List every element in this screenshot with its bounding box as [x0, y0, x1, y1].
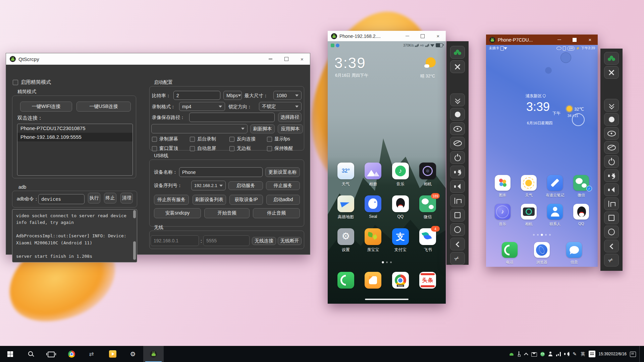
toolbar-button[interactable] — [604, 141, 619, 154]
tray-icon[interactable] — [556, 352, 561, 356]
checkbox[interactable] — [229, 146, 234, 151]
maximize-button[interactable] — [278, 53, 294, 65]
taskbar-app[interactable] — [61, 346, 82, 362]
adb-command-input[interactable] — [38, 194, 85, 204]
taskbar-app[interactable] — [102, 346, 123, 362]
wireless-port-input[interactable] — [203, 235, 250, 246]
stop-audio-button[interactable]: 停止音频 — [253, 208, 300, 218]
taskbar-app[interactable] — [143, 346, 164, 362]
wireless-ip-input[interactable] — [151, 235, 199, 246]
toolbar-button[interactable] — [450, 108, 465, 121]
app-shortcut[interactable]: 天气 — [516, 172, 542, 200]
get-device-ip-button[interactable]: 获取设备IP — [229, 195, 263, 205]
app-shortcut[interactable]: 有道云笔记 — [542, 172, 568, 200]
format-dropdown[interactable]: mp4 — [179, 102, 225, 111]
taskbar-app[interactable] — [41, 346, 61, 362]
show-desktop-button[interactable] — [639, 346, 641, 362]
app-shortcut[interactable]: 189 微信 — [414, 192, 442, 225]
serial-dropdown[interactable]: 192.168.2.1 — [191, 181, 226, 190]
start-service-button[interactable]: 启动服务 — [228, 181, 263, 190]
app-shortcut[interactable]: 设置 — [332, 225, 360, 258]
max-size-dropdown[interactable]: 1080 — [273, 91, 302, 100]
phone1-title-bar[interactable]: Phone-192.168.2.... × — [328, 31, 446, 41]
close-button[interactable]: × — [430, 31, 446, 41]
install-sndcpy-button[interactable]: 安装sndcpy — [154, 208, 201, 218]
option-checkbox[interactable]: 录制屏幕 — [152, 136, 190, 142]
toolbar-button[interactable] — [604, 226, 619, 238]
option-checkbox[interactable]: 无边框 — [229, 145, 267, 152]
toolbar-button[interactable] — [450, 238, 465, 250]
phone2-screen[interactable]: 未插卡 100 ⚡ 下午3:39 浦东新区 3:39 下午 32℃ 34 / 2… — [486, 45, 598, 267]
app-shortcut[interactable]: 图库 — [489, 172, 516, 200]
stop-service-button[interactable]: 停止服务 — [266, 181, 300, 190]
wireless-connect-button[interactable]: 无线连接 — [252, 237, 276, 245]
option-checkbox[interactable]: 窗口置顶 — [152, 145, 190, 152]
minimize-button[interactable] — [399, 31, 415, 41]
adb-run-button[interactable]: 执行 — [88, 193, 100, 203]
option-checkbox[interactable]: 后台录制 — [190, 136, 229, 142]
tray-icon[interactable] — [517, 351, 521, 357]
one-key-usb-button[interactable]: 一键USB连接 — [76, 102, 131, 112]
device-name-input[interactable] — [179, 167, 263, 177]
dock-app-shortcut[interactable]: 电话 — [502, 239, 518, 265]
option-checkbox[interactable]: 保持唤醒 — [267, 145, 304, 152]
minimize-button[interactable] — [263, 53, 278, 65]
toolbar-button[interactable] — [604, 169, 619, 182]
language-indicator[interactable]: 英 — [581, 346, 585, 362]
phone2-title-bar[interactable]: Phone-P7CDU... × — [486, 35, 598, 45]
toolbar-button[interactable] — [604, 183, 619, 196]
scrollbar-thumb[interactable] — [133, 210, 136, 218]
app-shortcut[interactable]: 支 支付宝 — [387, 225, 414, 258]
refresh-device-list-button[interactable]: 刷新设备列表 — [193, 195, 226, 205]
start-adbd-button[interactable]: 启动adbd — [266, 195, 300, 205]
adb-clear-button[interactable]: 清理 — [120, 193, 133, 203]
simple-mode-checkbox[interactable]: 启用精简模式 — [13, 79, 51, 85]
toolbar-button[interactable] — [450, 166, 465, 178]
bitrate-unit-dropdown[interactable]: Mbps — [223, 91, 242, 100]
action-center-button[interactable] — [630, 346, 636, 362]
toolbar-button[interactable] — [450, 194, 465, 207]
toolbar-button[interactable] — [450, 209, 465, 222]
phone1-screen[interactable]: 370K/s HD 3:39 6月16日 周四下午 晴 32°C 32° — [328, 41, 446, 304]
maximize-button[interactable] — [415, 31, 430, 41]
adb-log-output[interactable]: video socket connect to server read devi… — [12, 209, 137, 262]
refresh-script-button[interactable]: 刷新脚本 — [250, 124, 275, 133]
dock-app-shortcut[interactable] — [332, 268, 360, 289]
option-checkbox[interactable]: 自动息屏 — [190, 145, 229, 152]
bitrate-input[interactable] — [173, 91, 220, 100]
toolbar-button[interactable] — [450, 137, 465, 149]
app-shortcut[interactable]: ♪ 音乐 — [489, 200, 516, 229]
home-indicator-bar[interactable] — [365, 299, 409, 300]
choose-path-button[interactable]: 选择路径 — [278, 113, 302, 122]
app-shortcut[interactable]: Seal — [360, 192, 387, 225]
toolbar-button[interactable] — [450, 252, 465, 265]
checkbox[interactable] — [190, 146, 195, 151]
taskbar-clock[interactable]: 15:39 2022/6/16 — [599, 346, 627, 362]
update-name-button[interactable]: 更新设置名称 — [265, 167, 300, 177]
checkbox[interactable] — [152, 146, 157, 151]
tray-icon[interactable] — [531, 352, 537, 357]
app-shortcut[interactable]: ♪ 音乐 — [387, 159, 414, 192]
dock-app-shortcut[interactable]: Beta — [387, 268, 414, 289]
checkbox[interactable] — [267, 137, 272, 142]
wireless-disconnect-button[interactable]: 无线断开 — [278, 237, 302, 245]
script-dropdown[interactable] — [151, 124, 248, 133]
tray-icon[interactable] — [524, 352, 528, 356]
option-checkbox[interactable]: 显示fps — [267, 136, 304, 142]
toolbar-button[interactable] — [604, 254, 619, 266]
dock-app-shortcut[interactable]: 头条 — [414, 268, 442, 289]
stop-all-services-button[interactable]: 停止所有服务 — [154, 195, 189, 205]
toolbar-button[interactable] — [450, 46, 465, 59]
minimize-button[interactable] — [551, 35, 567, 45]
toolbar-button[interactable] — [450, 122, 465, 135]
toolbar-button[interactable] — [450, 60, 465, 73]
toolbar-button[interactable] — [450, 223, 465, 236]
checkbox[interactable] — [229, 137, 234, 142]
record-path-input[interactable] — [189, 113, 275, 122]
app-shortcut[interactable]: 亲宝宝 — [360, 225, 387, 258]
toolbar-button[interactable] — [450, 94, 465, 106]
log-scrollbar[interactable] — [133, 210, 136, 261]
taskbar-app[interactable] — [0, 346, 20, 362]
toolbar-button[interactable] — [604, 155, 619, 168]
taskbar-app[interactable] — [20, 346, 41, 362]
